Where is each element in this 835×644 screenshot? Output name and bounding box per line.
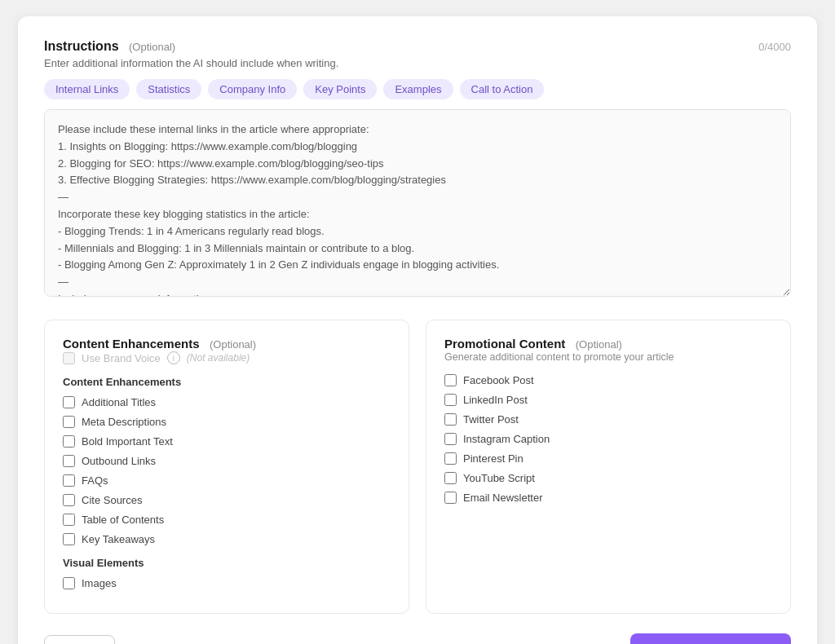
promotional-title: Promotional Content: [444, 337, 565, 351]
content-enhancements-title: Content Enhancements: [63, 337, 200, 351]
checkbox-item-additional-titles: Additional Titles: [63, 396, 391, 408]
panels-row: Content Enhancements (Optional) Use Bran…: [44, 320, 791, 614]
checkbox-table-of-contents[interactable]: [63, 514, 75, 526]
checkbox-outbound-links[interactable]: [63, 455, 75, 467]
promotional-content-panel: Promotional Content (Optional) Generate …: [426, 320, 791, 614]
content-enhancements-subsection-label: Content Enhancements: [63, 376, 391, 388]
checkbox-item-images: Images: [63, 577, 391, 589]
tag-call-to-action[interactable]: Call to Action: [460, 79, 545, 99]
instructions-title: Instructions: [44, 39, 119, 53]
label-additional-titles: Additional Titles: [82, 396, 156, 408]
brand-voice-label: Use Brand Voice: [82, 352, 161, 364]
label-instagram-caption: Instagram Caption: [463, 433, 550, 445]
label-images: Images: [82, 577, 117, 589]
label-linkedin-post: LinkedIn Post: [463, 394, 528, 406]
main-card: Instructions (Optional) 0/4000 Enter add…: [18, 16, 817, 644]
checkbox-youtube-script[interactable]: [444, 472, 457, 484]
brand-voice-checkbox[interactable]: [63, 352, 75, 364]
generate-button[interactable]: Generate First Draft: [630, 633, 791, 644]
label-email-newsletter: Email Newsletter: [463, 492, 543, 504]
label-bold-important-text: Bold Important Text: [82, 435, 173, 448]
checkbox-item-bold-important-text: Bold Important Text: [63, 435, 391, 448]
promotional-subtitle: Generate additional content to promote y…: [444, 351, 772, 363]
tag-examples[interactable]: Examples: [383, 79, 453, 99]
char-count: 0/4000: [758, 41, 791, 53]
checkbox-pinterest-pin[interactable]: [444, 452, 457, 465]
label-facebook-post: Facebook Post: [463, 374, 534, 386]
tag-statistics[interactable]: Statistics: [136, 79, 201, 99]
instructions-section: Instructions (Optional) 0/4000 Enter add…: [44, 39, 791, 300]
checkbox-additional-titles[interactable]: [63, 396, 75, 408]
checkbox-item-instagram-caption: Instagram Caption: [444, 433, 772, 445]
label-cite-sources: Cite Sources: [82, 494, 142, 506]
info-icon[interactable]: i: [167, 351, 180, 364]
checkbox-bold-important-text[interactable]: [63, 435, 75, 448]
tag-internal-links[interactable]: Internal Links: [44, 79, 130, 99]
checkbox-item-pinterest-pin: Pinterest Pin: [444, 452, 772, 465]
checkbox-email-newsletter[interactable]: [444, 492, 457, 504]
checkbox-item-key-takeaways: Key Takeaways: [63, 533, 391, 545]
checkbox-item-email-newsletter: Email Newsletter: [444, 492, 772, 504]
brand-voice-row: Use Brand Voice i (Not available): [63, 351, 391, 364]
checkbox-images[interactable]: [63, 577, 75, 589]
visual-elements-label: Visual Elements: [63, 557, 391, 569]
checkbox-linkedin-post[interactable]: [444, 394, 457, 406]
checkbox-faqs[interactable]: [63, 474, 75, 487]
label-faqs: FAQs: [82, 474, 108, 487]
checkbox-facebook-post[interactable]: [444, 374, 457, 386]
checkbox-meta-descriptions[interactable]: [63, 416, 75, 428]
label-outbound-links: Outbound Links: [82, 455, 156, 467]
content-enhancements-checkboxes: Additional TitlesMeta DescriptionsBold I…: [63, 396, 391, 545]
visual-elements-checkboxes: Images: [63, 577, 391, 589]
instructions-title-group: Instructions (Optional): [44, 39, 175, 54]
promotional-checkboxes: Facebook PostLinkedIn PostTwitter PostIn…: [444, 374, 772, 504]
checkbox-twitter-post[interactable]: [444, 413, 457, 426]
checkbox-item-twitter-post: Twitter Post: [444, 413, 772, 426]
checkbox-item-table-of-contents: Table of Contents: [63, 514, 391, 526]
label-table-of-contents: Table of Contents: [82, 514, 164, 526]
instructions-subtitle: Enter additional information the AI shou…: [44, 57, 791, 69]
promotional-title-row: Promotional Content (Optional): [444, 337, 772, 351]
tag-company-info[interactable]: Company Info: [208, 79, 297, 99]
tag-row: Internal LinksStatisticsCompany InfoKey …: [44, 79, 791, 99]
checkbox-item-facebook-post: Facebook Post: [444, 374, 772, 386]
content-enhancements-optional: (Optional): [210, 338, 256, 351]
label-key-takeaways: Key Takeaways: [82, 533, 155, 545]
instructions-textarea[interactable]: [44, 109, 791, 297]
checkbox-item-faqs: FAQs: [63, 474, 391, 487]
checkbox-item-outbound-links: Outbound Links: [63, 455, 391, 467]
instructions-optional: (Optional): [129, 41, 175, 53]
label-pinterest-pin: Pinterest Pin: [463, 452, 524, 465]
label-meta-descriptions: Meta Descriptions: [82, 416, 166, 428]
content-enhancements-title-row: Content Enhancements (Optional): [63, 337, 391, 351]
checkbox-item-cite-sources: Cite Sources: [63, 494, 391, 506]
instructions-header: Instructions (Optional) 0/4000: [44, 39, 791, 54]
not-available-label: (Not available): [187, 352, 250, 364]
checkbox-item-meta-descriptions: Meta Descriptions: [63, 416, 391, 428]
label-youtube-script: YouTube Script: [463, 472, 535, 484]
content-enhancements-panel: Content Enhancements (Optional) Use Bran…: [44, 320, 409, 614]
checkbox-item-linkedin-post: LinkedIn Post: [444, 394, 772, 406]
promotional-optional: (Optional): [576, 338, 622, 351]
checkbox-key-takeaways[interactable]: [63, 533, 75, 545]
label-twitter-post: Twitter Post: [463, 413, 519, 426]
checkbox-item-youtube-script: YouTube Script: [444, 472, 772, 484]
checkbox-instagram-caption[interactable]: [444, 433, 457, 445]
footer-row: Reset Generate First Draft: [44, 633, 791, 644]
tag-key-points[interactable]: Key Points: [303, 79, 377, 99]
checkbox-cite-sources[interactable]: [63, 494, 75, 506]
reset-button[interactable]: Reset: [44, 635, 115, 645]
